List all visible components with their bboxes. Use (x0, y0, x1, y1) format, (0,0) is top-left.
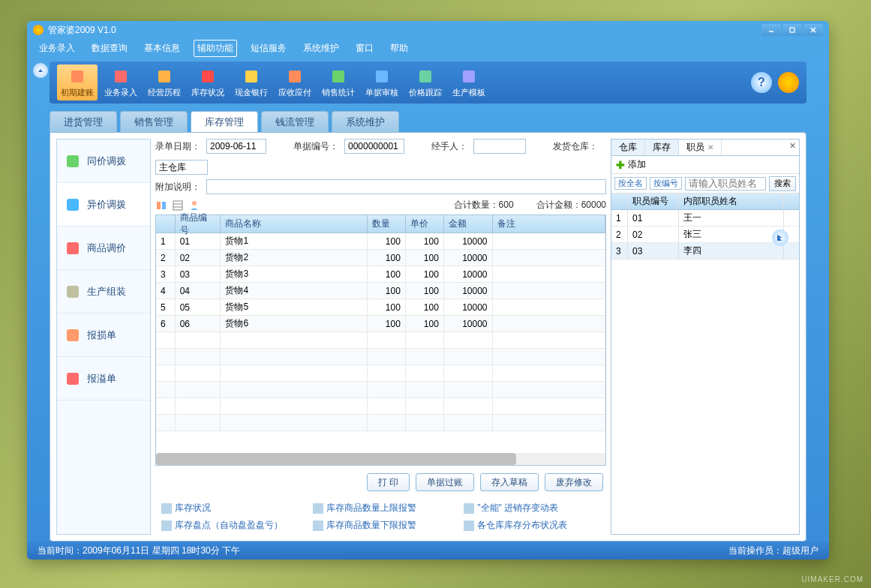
right-tab-0[interactable]: 仓库 (611, 140, 645, 155)
menu-2[interactable]: 基本信息 (141, 40, 183, 56)
tab-close-icon[interactable]: ✕ (707, 143, 713, 152)
svg-rect-20 (67, 373, 79, 385)
svg-rect-21 (157, 202, 161, 209)
panel-close-icon[interactable]: ✕ (789, 141, 796, 151)
toolbar-btn-3[interactable]: 库存状况 (188, 64, 228, 100)
toolbar-btn-5[interactable]: 应收应付 (275, 64, 315, 100)
grid-header-0[interactable] (156, 215, 176, 232)
toolbar-btn-2[interactable]: 经营历程 (144, 64, 185, 100)
toolbar-btn-1[interactable]: 业务录入 (101, 64, 141, 100)
filter-code[interactable]: 按编号 (650, 177, 682, 190)
action-btn-2[interactable]: 存入草稿 (480, 473, 539, 491)
svg-point-26 (192, 201, 197, 206)
main-tab-3[interactable]: 钱流管理 (261, 111, 329, 132)
about-icon[interactable] (778, 72, 799, 93)
grid-header-3[interactable]: 数量 (368, 215, 406, 232)
collapse-toolbar-button[interactable] (33, 63, 48, 78)
note-input[interactable] (206, 179, 606, 194)
related-link-2[interactable]: "全能" 进销存变动表 (464, 502, 600, 514)
menu-1[interactable]: 数据查询 (89, 40, 131, 56)
status-user-label: 当前操作员： (728, 544, 782, 557)
table-row[interactable] (156, 332, 605, 349)
toolbar-btn-7[interactable]: 单据审核 (362, 64, 402, 100)
sidebar-item-5[interactable]: 报溢单 (57, 357, 150, 400)
related-link-3[interactable]: 库存盘点（自动盘盈盘亏） (161, 519, 298, 532)
grid-header-2[interactable]: 商品名称 (221, 215, 367, 232)
related-link-0[interactable]: 库存状况 (161, 502, 298, 514)
main-tab-0[interactable]: 进货管理 (50, 111, 117, 132)
menu-7[interactable]: 帮助 (387, 40, 411, 56)
table-row[interactable] (156, 382, 605, 398)
table-row[interactable]: 404货物410010010000 (156, 283, 605, 299)
right-tab-2[interactable]: 职员✕ (679, 140, 722, 155)
grid-header-5[interactable]: 金额 (444, 215, 493, 232)
add-button[interactable]: ✚ 添加 (611, 156, 799, 174)
rgrid-header-2[interactable]: 内部职员姓名 (679, 194, 784, 209)
toolbar-btn-8[interactable]: 价格跟踪 (405, 64, 446, 100)
staff-row[interactable]: 303李四 (611, 243, 799, 260)
rgrid-header-1[interactable]: 职员编号 (628, 194, 679, 209)
help-icon[interactable]: ? (751, 72, 772, 93)
warehouse-input[interactable] (155, 160, 208, 175)
action-btn-0[interactable]: 打 印 (367, 473, 410, 491)
action-btn-1[interactable]: 单据过账 (416, 473, 474, 491)
horizontal-scrollbar[interactable] (156, 453, 605, 465)
date-input[interactable] (206, 139, 266, 154)
menu-5[interactable]: 系统维护 (300, 40, 342, 56)
add-label: 添加 (628, 158, 646, 171)
main-tab-1[interactable]: 销售管理 (120, 111, 188, 132)
menu-0[interactable]: 业务录入 (36, 40, 78, 56)
table-row[interactable] (156, 415, 605, 431)
handler-input[interactable] (473, 139, 526, 154)
grid-header-4[interactable]: 单价 (406, 215, 444, 232)
table-row[interactable] (156, 398, 605, 415)
toolbar-btn-0[interactable]: 初期建账 (57, 64, 98, 100)
doc-input[interactable] (344, 139, 404, 154)
toolbar-btn-4[interactable]: 现金银行 (231, 64, 272, 100)
toolbar-btn-6[interactable]: 销售统计 (318, 64, 359, 100)
menu-4[interactable]: 短信服务 (248, 40, 290, 56)
rgrid-header-0[interactable] (611, 194, 628, 209)
sidebar-item-2[interactable]: 商品调价 (57, 226, 150, 270)
main-tab-2[interactable]: 库存管理 (191, 111, 258, 132)
titlebar[interactable]: 管家婆2009 V1.0 (27, 21, 829, 39)
table-row[interactable]: 202货物210010010000 (156, 250, 605, 266)
sidebar-item-1[interactable]: 异价调拨 (57, 183, 150, 226)
staff-row[interactable]: 101王一 (611, 210, 799, 226)
main-tab-4[interactable]: 系统维护 (332, 111, 399, 132)
search-input[interactable] (685, 177, 766, 190)
app-window: 管家婆2009 V1.0 业务录入数据查询基本信息辅助功能短信服务系统维护窗口帮… (27, 21, 829, 560)
table-row[interactable]: 505货物510010010000 (156, 299, 605, 316)
table-row[interactable] (156, 365, 605, 382)
table-row[interactable]: 101货物110010010000 (156, 233, 605, 250)
sidebar-item-0[interactable]: 同价调拨 (57, 140, 150, 183)
toolbar-btn-9[interactable]: 生产模板 (449, 64, 489, 100)
icon-view-1-icon[interactable] (155, 200, 167, 212)
right-tab-1[interactable]: 库存 (645, 140, 679, 155)
icon-view-2-icon[interactable] (172, 200, 184, 212)
right-panel: ✕ 仓库库存职员✕ ✚ 添加 按全名 按编号 搜索 职员编号内部职员姓名 101… (611, 139, 800, 535)
sidebar-item-4[interactable]: 报损单 (57, 314, 150, 357)
related-link-4[interactable]: 库存商品数量下限报警 (313, 519, 449, 532)
search-button[interactable]: 搜索 (769, 176, 796, 191)
action-btn-3[interactable]: 废弃修改 (545, 473, 603, 491)
maximize-button[interactable] (782, 24, 802, 36)
person-icon[interactable] (188, 200, 200, 212)
related-link-5[interactable]: 各仓库库存分布状况表 (464, 519, 600, 532)
minimize-button[interactable] (761, 24, 781, 36)
menu-6[interactable]: 窗口 (353, 40, 377, 56)
table-row[interactable]: 606货物610010010000 (156, 316, 605, 332)
menu-3[interactable]: 辅助功能 (194, 40, 237, 57)
main-tabs: 进货管理销售管理库存管理钱流管理系统维护 (50, 110, 806, 132)
statusbar: 当前时间： 2009年06月11日 星期四 18时30分 下午 当前操作员： 超… (27, 542, 829, 560)
grid-header-1[interactable]: 商品编号 (176, 215, 221, 232)
filter-fullname[interactable]: 按全名 (614, 177, 647, 190)
close-button[interactable] (803, 24, 823, 36)
grid-header-6[interactable]: 备注 (493, 215, 605, 232)
table-row[interactable] (156, 349, 605, 365)
related-link-1[interactable]: 库存商品数量上限报警 (313, 502, 449, 514)
table-row[interactable]: 303货物310010010000 (156, 266, 605, 283)
sidebar-item-3[interactable]: 生产组装 (57, 270, 150, 314)
staff-row[interactable]: 202张三 (611, 226, 799, 243)
svg-rect-12 (376, 70, 388, 82)
